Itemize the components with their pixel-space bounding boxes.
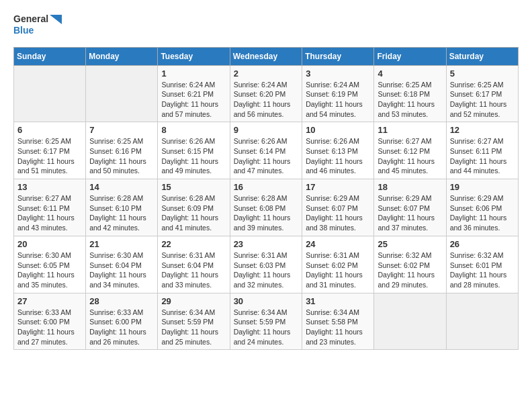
calendar-cell: 7Sunrise: 6:25 AMSunset: 6:16 PMDaylight… bbox=[86, 122, 158, 179]
day-number: 28 bbox=[89, 296, 154, 306]
day-number: 17 bbox=[306, 182, 370, 192]
day-number: 30 bbox=[234, 296, 299, 306]
cell-content: Sunrise: 6:25 AMSunset: 6:16 PMDaylight:… bbox=[89, 136, 154, 176]
cell-content: Sunrise: 6:25 AMSunset: 6:17 PMDaylight:… bbox=[450, 80, 515, 120]
cell-content: Sunrise: 6:34 AMSunset: 5:59 PMDaylight:… bbox=[161, 308, 226, 347]
day-number: 15 bbox=[161, 182, 226, 192]
cell-content: Sunrise: 6:26 AMSunset: 6:14 PMDaylight:… bbox=[234, 136, 299, 176]
calendar-cell: 26Sunrise: 6:32 AMSunset: 6:01 PMDayligh… bbox=[446, 236, 518, 293]
calendar-cell: 20Sunrise: 6:30 AMSunset: 6:05 PMDayligh… bbox=[14, 236, 86, 293]
calendar-cell: 18Sunrise: 6:29 AMSunset: 6:07 PMDayligh… bbox=[374, 179, 446, 236]
cell-content: Sunrise: 6:30 AMSunset: 6:05 PMDaylight:… bbox=[17, 250, 82, 290]
calendar-cell: 10Sunrise: 6:26 AMSunset: 6:13 PMDayligh… bbox=[302, 122, 374, 179]
cell-content: Sunrise: 6:29 AMSunset: 6:06 PMDaylight:… bbox=[450, 193, 515, 233]
calendar-cell bbox=[86, 65, 158, 122]
cell-content: Sunrise: 6:31 AMSunset: 6:04 PMDaylight:… bbox=[161, 250, 226, 290]
calendar-cell: 13Sunrise: 6:27 AMSunset: 6:11 PMDayligh… bbox=[14, 179, 86, 236]
cell-content: Sunrise: 6:25 AMSunset: 6:17 PMDaylight:… bbox=[17, 136, 82, 176]
calendar-cell: 8Sunrise: 6:26 AMSunset: 6:15 PMDaylight… bbox=[158, 122, 230, 179]
day-of-week-header: Wednesday bbox=[230, 47, 302, 65]
day-number: 1 bbox=[161, 68, 226, 79]
calendar-cell bbox=[446, 293, 518, 350]
calendar-header: SundayMondayTuesdayWednesdayThursdayFrid… bbox=[14, 47, 519, 65]
day-number: 20 bbox=[17, 239, 82, 249]
calendar-cell: 1Sunrise: 6:24 AMSunset: 6:21 PMDaylight… bbox=[158, 65, 230, 122]
cell-content: Sunrise: 6:28 AMSunset: 6:09 PMDaylight:… bbox=[161, 193, 226, 233]
day-number: 21 bbox=[89, 239, 154, 249]
cell-content: Sunrise: 6:28 AMSunset: 6:10 PMDaylight:… bbox=[89, 193, 154, 233]
day-of-week-header: Friday bbox=[374, 47, 446, 65]
calendar-cell: 15Sunrise: 6:28 AMSunset: 6:09 PMDayligh… bbox=[158, 179, 230, 236]
day-number: 3 bbox=[306, 68, 370, 79]
cell-content: Sunrise: 6:31 AMSunset: 6:03 PMDaylight:… bbox=[234, 250, 299, 290]
day-number: 22 bbox=[161, 239, 226, 249]
calendar-cell: 19Sunrise: 6:29 AMSunset: 6:06 PMDayligh… bbox=[446, 179, 518, 236]
day-of-week-header: Monday bbox=[86, 47, 158, 65]
calendar-cell: 16Sunrise: 6:28 AMSunset: 6:08 PMDayligh… bbox=[230, 179, 302, 236]
day-number: 29 bbox=[161, 296, 226, 306]
calendar-cell: 14Sunrise: 6:28 AMSunset: 6:10 PMDayligh… bbox=[86, 179, 158, 236]
cell-content: Sunrise: 6:32 AMSunset: 6:02 PMDaylight:… bbox=[378, 250, 442, 290]
day-number: 18 bbox=[378, 182, 442, 192]
calendar-cell: 24Sunrise: 6:31 AMSunset: 6:02 PMDayligh… bbox=[302, 236, 374, 293]
day-number: 14 bbox=[89, 182, 154, 192]
day-number: 24 bbox=[306, 239, 370, 249]
page-header: General Blue bbox=[13, 13, 519, 36]
cell-content: Sunrise: 6:29 AMSunset: 6:07 PMDaylight:… bbox=[306, 193, 370, 233]
calendar-cell bbox=[374, 293, 446, 350]
cell-content: Sunrise: 6:33 AMSunset: 6:00 PMDaylight:… bbox=[89, 308, 154, 347]
calendar-cell: 23Sunrise: 6:31 AMSunset: 6:03 PMDayligh… bbox=[230, 236, 302, 293]
day-number: 25 bbox=[378, 239, 442, 249]
calendar-cell: 12Sunrise: 6:27 AMSunset: 6:11 PMDayligh… bbox=[446, 122, 518, 179]
calendar-cell: 6Sunrise: 6:25 AMSunset: 6:17 PMDaylight… bbox=[14, 122, 86, 179]
cell-content: Sunrise: 6:24 AMSunset: 6:19 PMDaylight:… bbox=[306, 80, 370, 120]
cell-content: Sunrise: 6:34 AMSunset: 5:58 PMDaylight:… bbox=[306, 308, 370, 347]
day-number: 12 bbox=[450, 125, 515, 135]
calendar-body: 1Sunrise: 6:24 AMSunset: 6:21 PMDaylight… bbox=[14, 65, 519, 350]
calendar-cell: 11Sunrise: 6:27 AMSunset: 6:12 PMDayligh… bbox=[374, 122, 446, 179]
calendar-cell: 3Sunrise: 6:24 AMSunset: 6:19 PMDaylight… bbox=[302, 65, 374, 122]
cell-content: Sunrise: 6:34 AMSunset: 5:59 PMDaylight:… bbox=[234, 308, 299, 347]
calendar-cell: 29Sunrise: 6:34 AMSunset: 5:59 PMDayligh… bbox=[158, 293, 230, 350]
logo-text: General Blue bbox=[13, 13, 62, 36]
cell-content: Sunrise: 6:24 AMSunset: 6:21 PMDaylight:… bbox=[161, 80, 226, 120]
calendar-cell: 17Sunrise: 6:29 AMSunset: 6:07 PMDayligh… bbox=[302, 179, 374, 236]
calendar-cell: 2Sunrise: 6:24 AMSunset: 6:20 PMDaylight… bbox=[230, 65, 302, 122]
cell-content: Sunrise: 6:26 AMSunset: 6:15 PMDaylight:… bbox=[161, 136, 226, 176]
cell-content: Sunrise: 6:25 AMSunset: 6:18 PMDaylight:… bbox=[378, 80, 442, 120]
calendar-cell: 5Sunrise: 6:25 AMSunset: 6:17 PMDaylight… bbox=[446, 65, 518, 122]
day-number: 26 bbox=[450, 239, 515, 249]
day-number: 4 bbox=[378, 68, 442, 79]
cell-content: Sunrise: 6:24 AMSunset: 6:20 PMDaylight:… bbox=[234, 80, 299, 120]
day-number: 31 bbox=[306, 296, 370, 306]
day-number: 2 bbox=[234, 68, 299, 79]
cell-content: Sunrise: 6:27 AMSunset: 6:11 PMDaylight:… bbox=[17, 193, 82, 233]
day-number: 9 bbox=[234, 125, 299, 135]
cell-content: Sunrise: 6:32 AMSunset: 6:01 PMDaylight:… bbox=[450, 250, 515, 290]
day-number: 19 bbox=[450, 182, 515, 192]
day-number: 7 bbox=[89, 125, 154, 135]
cell-content: Sunrise: 6:31 AMSunset: 6:02 PMDaylight:… bbox=[306, 250, 370, 290]
calendar-cell: 30Sunrise: 6:34 AMSunset: 5:59 PMDayligh… bbox=[230, 293, 302, 350]
calendar-cell bbox=[14, 65, 86, 122]
day-number: 13 bbox=[17, 182, 82, 192]
day-number: 5 bbox=[450, 68, 515, 79]
day-of-week-header: Thursday bbox=[302, 47, 374, 65]
day-of-week-header: Sunday bbox=[14, 47, 86, 65]
day-of-week-header: Saturday bbox=[446, 47, 518, 65]
day-number: 23 bbox=[234, 239, 299, 249]
cell-content: Sunrise: 6:27 AMSunset: 6:12 PMDaylight:… bbox=[378, 136, 442, 176]
logo: General Blue bbox=[13, 13, 62, 36]
calendar-cell: 28Sunrise: 6:33 AMSunset: 6:00 PMDayligh… bbox=[86, 293, 158, 350]
cell-content: Sunrise: 6:29 AMSunset: 6:07 PMDaylight:… bbox=[378, 193, 442, 233]
day-of-week-header: Tuesday bbox=[158, 47, 230, 65]
cell-content: Sunrise: 6:33 AMSunset: 6:00 PMDaylight:… bbox=[17, 308, 82, 347]
day-number: 10 bbox=[306, 125, 370, 135]
cell-content: Sunrise: 6:27 AMSunset: 6:11 PMDaylight:… bbox=[450, 136, 515, 176]
day-number: 11 bbox=[378, 125, 442, 135]
day-number: 6 bbox=[17, 125, 82, 135]
day-number: 8 bbox=[161, 125, 226, 135]
calendar-cell: 27Sunrise: 6:33 AMSunset: 6:00 PMDayligh… bbox=[14, 293, 86, 350]
day-number: 16 bbox=[234, 182, 299, 192]
calendar-table: SundayMondayTuesdayWednesdayThursdayFrid… bbox=[13, 47, 519, 351]
